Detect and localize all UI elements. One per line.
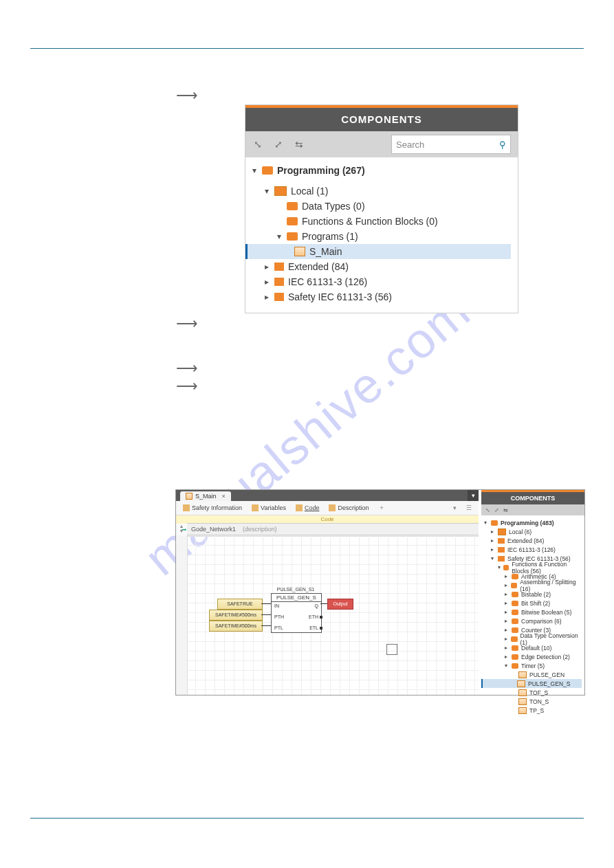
tree-pulse-gen[interactable]: PULSE_GEN <box>484 670 582 679</box>
tree-label: Data Types (0) <box>302 201 365 212</box>
chevron-right-icon[interactable]: ▸ <box>491 546 498 553</box>
tree-local[interactable]: ▾Local (1) <box>252 183 511 199</box>
tree-ffb[interactable]: Functions & Function Blocks (0) <box>252 214 511 229</box>
sync-icon[interactable]: ⇆ <box>503 507 508 513</box>
add-subtab-button[interactable]: + <box>380 504 383 511</box>
tree-bitshift[interactable]: ▸Bit Shift (2) <box>484 599 582 608</box>
subtab-variables[interactable]: Variables <box>252 504 286 511</box>
close-icon[interactable]: × <box>222 493 226 500</box>
reorder-handle[interactable]: ▲▼ <box>177 523 186 534</box>
tab-overflow-button[interactable]: ▾ <box>468 490 479 501</box>
tree-edge[interactable]: ▸Edge Detection (2) <box>484 652 582 661</box>
tree-assembling[interactable]: ▸Assembling / Splitting (16) <box>484 581 582 590</box>
tree-datatypes[interactable]: Data Types (0) <box>252 199 511 214</box>
editor-file-tab[interactable]: S_Main × <box>180 491 231 501</box>
chevron-right-icon[interactable]: ▸ <box>505 609 512 615</box>
tree-label: Default (10) <box>521 645 551 652</box>
chevron-down-icon[interactable]: ▾ <box>505 663 512 669</box>
fb-port-pth: PTH <box>274 614 284 619</box>
tree-label: Extended (84) <box>288 261 349 272</box>
tree-comparison[interactable]: ▸Comparison (6) <box>484 616 582 625</box>
collapse-all-icon[interactable]: ⤢ <box>494 507 499 513</box>
tree-dataconv[interactable]: ▸Data Type Conversion (1) <box>484 634 582 643</box>
chevron-right-icon[interactable]: ▸ <box>265 262 274 271</box>
chevron-right-icon[interactable]: ▸ <box>265 277 274 287</box>
subtab-safety-info[interactable]: Safety Information <box>183 504 242 511</box>
tree-s-main[interactable]: S_Main <box>245 244 511 259</box>
collapse-all-icon[interactable]: ⤢ <box>273 139 284 150</box>
tree-timer[interactable]: ▾Timer (5) <box>484 661 582 670</box>
library-icon <box>274 263 284 271</box>
chevron-down-icon[interactable]: ▾ <box>252 166 262 175</box>
chevron-right-icon[interactable]: ▸ <box>491 537 498 544</box>
panel-toolbar: ⤡ ⤢ ⇆ <box>481 504 584 515</box>
chevron-down-icon[interactable]: ▾ <box>277 232 287 241</box>
tree-programs[interactable]: ▾Programs (1) <box>252 229 511 244</box>
fb-output[interactable]: Output <box>327 599 353 610</box>
chevron-right-icon[interactable]: ▸ <box>265 292 274 302</box>
figure-editor: S_Main × ▾ Safety Information Variables … <box>175 489 585 695</box>
folder-icon <box>287 232 298 241</box>
tree-label: Edge Detection (2) <box>521 654 570 660</box>
panel-title: COMPONENTS <box>481 492 584 504</box>
tree-ton-s[interactable]: TON_S <box>484 697 582 706</box>
chevron-down-icon[interactable]: ▾ <box>453 504 457 511</box>
chevron-right-icon[interactable]: ▸ <box>505 627 512 633</box>
subtab-description[interactable]: Description <box>329 504 369 511</box>
local-folder-icon <box>274 186 287 196</box>
expand-all-icon[interactable]: ⤡ <box>252 139 263 150</box>
tree-root[interactable]: ▾Programming (483) <box>484 518 582 527</box>
tree-tof-s[interactable]: TOF_S <box>484 688 582 697</box>
tree-safety[interactable]: ▸Safety IEC 61131-3 (56) <box>252 289 511 304</box>
tree-bitbool[interactable]: ▸Bitwise Boolean (5) <box>484 608 582 616</box>
subtab-code[interactable]: Code <box>296 504 320 511</box>
expand-all-icon[interactable]: ⤡ <box>485 507 490 513</box>
panel-toolbar: ⤡ ⤢ ⇆ Search ⚲ <box>245 131 518 157</box>
chevron-down-icon[interactable]: ▾ <box>491 555 498 561</box>
tree-label: TOF_S <box>529 689 548 696</box>
tree-label: IEC 61131-3 (126) <box>288 276 367 287</box>
tree-iec[interactable]: ▸IEC 61131-3 (126) <box>484 545 582 554</box>
subtab-label: Code <box>305 504 320 511</box>
chevron-right-icon[interactable]: ▸ <box>505 618 512 624</box>
selection-handle[interactable] <box>386 644 397 655</box>
tree-tp-s[interactable]: TP_S <box>484 706 582 715</box>
tree-root[interactable]: ▾Programming (267) <box>252 163 511 178</box>
filter-icon[interactable]: ⚲ <box>499 140 506 150</box>
chevron-down-icon[interactable]: ▾ <box>484 520 491 526</box>
chevron-right-icon[interactable]: ▸ <box>505 645 512 651</box>
figure2-components-panel: COMPONENTS ⤡ ⤢ ⇆ ▾Programming (483) ▸Loc… <box>481 490 584 695</box>
fbd-grid[interactable]: SAFETRUE SAFETIME#500ms SAFETIME#500ms P… <box>176 535 479 695</box>
search-input[interactable]: Search ⚲ <box>391 135 511 154</box>
tree-iec[interactable]: ▸IEC 61131-3 (126) <box>252 274 511 289</box>
tree-local[interactable]: ▸Local (6) <box>484 527 582 536</box>
chevron-down-icon[interactable]: ▾ <box>498 564 503 570</box>
tree-extended[interactable]: ▸Extended (84) <box>484 536 582 545</box>
block-icon <box>518 671 527 678</box>
wire <box>261 603 271 604</box>
tree-ffb[interactable]: ▾Functions & Function Blocks (56) <box>484 563 582 572</box>
chevron-right-icon[interactable]: ▸ <box>505 654 512 660</box>
chevron-right-icon[interactable]: ▸ <box>505 573 512 579</box>
library-icon <box>498 547 505 553</box>
fb-input-ptl[interactable]: SAFETIME#500ms <box>209 621 263 632</box>
block-icon <box>518 689 527 696</box>
tree-label: Extended (84) <box>507 537 544 544</box>
network-header[interactable]: Gode_Network1 (description) <box>187 523 479 535</box>
local-folder-icon <box>498 528 506 535</box>
chevron-right-icon[interactable]: ▸ <box>505 591 512 597</box>
sync-icon[interactable]: ⇆ <box>294 139 305 150</box>
fb-input-pth[interactable]: SAFETIME#500ms <box>209 610 263 621</box>
tree-extended[interactable]: ▸Extended (84) <box>252 259 511 274</box>
chevron-right-icon[interactable]: ▸ <box>505 600 512 606</box>
chevron-right-icon[interactable]: ▸ <box>505 582 511 588</box>
chevron-right-icon[interactable]: ▸ <box>491 528 498 535</box>
tree-label: IEC 61131-3 (126) <box>507 546 556 553</box>
chevron-right-icon[interactable]: ▸ <box>505 636 511 642</box>
fb-input-in[interactable]: SAFETRUE <box>217 599 263 610</box>
chevron-down-icon[interactable]: ▾ <box>265 186 274 196</box>
function-block[interactable]: PULSE_GEN_S IN Q PTH ETH PTL ETL <box>271 593 322 633</box>
menu-icon[interactable]: ☰ <box>466 504 472 511</box>
folder-icon <box>511 583 517 588</box>
tree-pulse-gen-s[interactable]: PULSE_GEN_S <box>481 679 582 688</box>
